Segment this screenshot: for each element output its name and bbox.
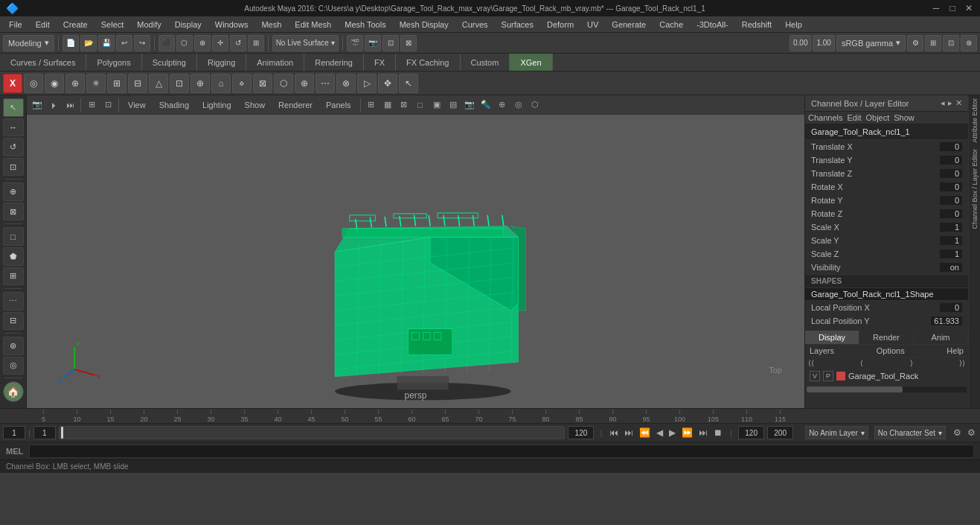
vt-sq2[interactable]: ▣ <box>429 98 444 112</box>
close-button[interactable]: ✕ <box>964 3 974 13</box>
playback-slider[interactable] <box>59 426 566 439</box>
maximize-button[interactable]: □ <box>947 3 958 13</box>
vt-cam2[interactable]: 🔦 <box>478 98 493 112</box>
vt-sq3[interactable]: ▤ <box>446 98 461 112</box>
show-menu[interactable]: Show <box>239 99 272 111</box>
scale-x-value[interactable]: 1 <box>940 223 962 232</box>
scale-y-row[interactable]: Scale Y 1 <box>805 234 968 247</box>
menu-3dto[interactable]: -3DtoAll- <box>691 19 734 31</box>
vt-grid1[interactable]: ⊞ <box>364 98 379 112</box>
translate-button[interactable]: ↔ <box>3 118 24 137</box>
rotate-x-row[interactable]: Rotate X 0 <box>805 180 968 194</box>
translate-z-row[interactable]: Translate Z 0 <box>805 167 968 180</box>
menu-mesh-tools[interactable]: Mesh Tools <box>339 19 391 31</box>
vt-iso[interactable]: ⬡ <box>528 98 542 112</box>
play-button[interactable]: ▶ <box>667 427 677 438</box>
renderer-menu[interactable]: Renderer <box>272 99 318 111</box>
mel-input[interactable] <box>29 445 974 458</box>
menu-display[interactable]: Display <box>169 19 208 31</box>
anim-tab[interactable]: Anim <box>914 331 968 344</box>
tab-custom[interactable]: Custom <box>461 54 510 71</box>
cb-collapse-button[interactable]: ◂ <box>941 98 945 108</box>
render-btn[interactable]: 🎬 <box>347 35 363 51</box>
local-pos-x-row[interactable]: Local Position X 0 <box>805 301 968 314</box>
translate-x-value[interactable]: 0 <box>940 142 962 151</box>
vt-cam1[interactable]: 📷 <box>462 98 477 112</box>
object-menu[interactable]: Object <box>865 113 889 122</box>
paint-tool[interactable]: ⊕ <box>194 35 211 51</box>
tool-hex[interactable]: ⬡ <box>274 74 293 93</box>
mode-dropdown[interactable]: Modeling ▾ <box>3 35 54 51</box>
minimize-button[interactable]: ─ <box>931 3 941 13</box>
tab-xgen[interactable]: XGen <box>510 54 552 71</box>
tab-fx-caching[interactable]: FX Caching <box>396 54 460 71</box>
tab-rendering[interactable]: Rendering <box>304 54 364 71</box>
rotate-y-row[interactable]: Rotate Y 0 <box>805 194 968 207</box>
ipr-btn[interactable]: ⊡ <box>382 35 399 51</box>
menu-edit[interactable]: Edit <box>30 19 56 31</box>
shading-menu[interactable]: Shading <box>153 99 195 111</box>
local-pos-y-row[interactable]: Local Position Y 61.933 <box>805 314 968 328</box>
select-tool[interactable]: ⬛ <box>158 35 175 51</box>
menu-redshift[interactable]: Redshift <box>736 19 778 31</box>
tab-sculpting[interactable]: Sculpting <box>142 54 197 71</box>
go-end-button[interactable]: ⏹ <box>712 427 724 438</box>
menu-select[interactable]: Select <box>95 19 130 31</box>
display-tab[interactable]: Display <box>805 331 859 344</box>
menu-cache[interactable]: Cache <box>653 19 689 31</box>
panels-menu[interactable]: Panels <box>320 99 357 111</box>
char-set-dropdown[interactable]: No Character Set ▾ <box>874 426 946 439</box>
channels-menu[interactable]: Channels <box>808 113 842 122</box>
tool-arrow[interactable]: ▷ <box>357 74 377 93</box>
soft-select-button[interactable]: ⊕ <box>3 182 24 201</box>
tab-fx[interactable]: FX <box>364 54 396 71</box>
wireframe-btn[interactable]: ⊡ <box>100 98 115 112</box>
menu-uv[interactable]: UV <box>581 19 604 31</box>
options-menu[interactable]: Options <box>877 346 905 355</box>
tool-star-circle[interactable]: ✳ <box>86 74 106 93</box>
anim-end-input[interactable] <box>767 426 793 439</box>
rotate-z-row[interactable]: Rotate Z 0 <box>805 207 968 220</box>
snap-btn[interactable]: ⊡ <box>943 35 959 51</box>
layer-nav-left2[interactable]: ⟨⟨ <box>808 359 814 367</box>
tab-polygons[interactable]: Polygons <box>86 54 141 71</box>
rotate-y-value[interactable]: 0 <box>940 196 962 205</box>
menu-surfaces[interactable]: Surfaces <box>496 19 539 31</box>
tool-addvert[interactable]: ⊕ <box>295 74 314 93</box>
redo-button[interactable]: ↪ <box>134 35 150 51</box>
tab-animation[interactable]: Animation <box>246 54 304 71</box>
menu-windows[interactable]: Windows <box>209 19 254 31</box>
char-settings-button[interactable]: ⚙ <box>966 427 977 438</box>
visibility-value[interactable]: on <box>940 263 962 272</box>
layer-playback-toggle[interactable]: P <box>823 371 833 381</box>
tool-xcirc[interactable]: ⊗ <box>336 74 356 93</box>
open-button[interactable]: 📂 <box>80 35 97 51</box>
rotate-button[interactable]: ↺ <box>3 138 24 156</box>
tool-tri[interactable]: △ <box>149 74 168 93</box>
scene-view-button[interactable]: 🏠 <box>3 381 24 402</box>
display-options-btn[interactable]: ⊠ <box>400 35 417 51</box>
view-menu[interactable]: View <box>122 99 152 111</box>
rotate-z-value[interactable]: 0 <box>940 209 962 218</box>
scale-z-row[interactable]: Scale Z 1 <box>805 247 968 261</box>
timeline-ruler[interactable]: 5 10 15 20 25 30 35 40 45 50 55 60 65 70… <box>0 409 980 424</box>
channel-box-label[interactable]: Channel Box / Layer Editor <box>970 146 980 232</box>
layer-nav-left[interactable]: ⟨ <box>860 359 863 367</box>
menu-modify[interactable]: Modify <box>131 19 167 31</box>
tool-plus-circle[interactable]: ⊕ <box>65 74 85 93</box>
tool-cursor[interactable]: ↖ <box>399 74 418 93</box>
scale-button[interactable]: ⊡ <box>3 158 24 176</box>
step-fwd-button[interactable]: ⏭ <box>697 427 709 438</box>
anim-layer-dropdown[interactable]: No Anim Layer ▾ <box>805 426 868 439</box>
tool-mesh-icon[interactable]: ⊟ <box>128 74 147 93</box>
cb-close-button[interactable]: ✕ <box>955 98 962 108</box>
snap-curve-button[interactable]: ⬟ <box>3 247 24 266</box>
translate-y-row[interactable]: Translate Y 0 <box>805 153 968 167</box>
layer-button[interactable]: ⊟ <box>3 312 24 331</box>
render-mode-button[interactable]: ◎ <box>3 357 24 375</box>
move-tool[interactable]: ✛ <box>212 35 228 51</box>
cb-expand-button[interactable]: ▸ <box>948 98 952 108</box>
vt-sq1[interactable]: □ <box>413 98 428 112</box>
anim-settings-button[interactable]: ⚙ <box>952 427 963 438</box>
menu-file[interactable]: File <box>3 19 28 31</box>
